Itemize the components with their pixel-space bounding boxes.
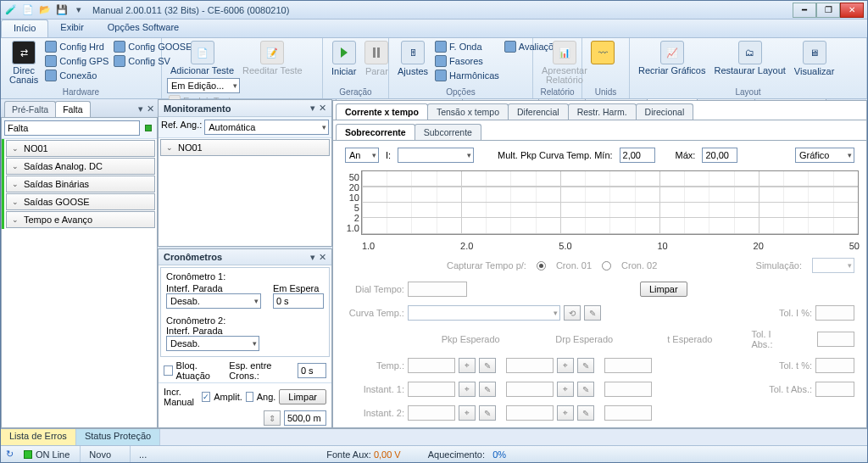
config-hrd[interactable]: Config Hrd	[43, 40, 110, 53]
espera-label: Em Espera	[273, 283, 324, 293]
curva-temp-combo[interactable]	[408, 305, 560, 321]
menu-opcoes[interactable]: Opções Software	[96, 20, 191, 37]
list-item[interactable]: ⌄NO01	[6, 140, 155, 157]
list-item[interactable]: ⌄Saídas Binárias	[6, 176, 155, 192]
mult-min-input[interactable]	[620, 148, 655, 163]
minimize-button[interactable]: ━	[793, 3, 816, 18]
sim-combo	[812, 258, 854, 273]
tab-sobrecorrente[interactable]: Sobrecorrente	[336, 124, 415, 140]
cron-close-icon[interactable]: ✕	[319, 252, 326, 263]
cron-limpar-button[interactable]: Limpar	[279, 389, 326, 404]
tab-forma-onda[interactable]: Forma de Onda	[462, 99, 540, 100]
bottom-tab-lista-erros[interactable]: Lista de Erros	[1, 429, 76, 445]
qat-new-icon[interactable]: 📄	[21, 3, 35, 17]
mult-label: Mult. Pkp Curva Temp. Mín:	[498, 150, 613, 160]
left-panel-pin-icon[interactable]: ▾	[138, 103, 143, 114]
tab-pre-falta[interactable]: Pré-Falta	[4, 101, 56, 117]
aquec-value: 0%	[492, 449, 506, 460]
chevron-down-icon: ⌄	[12, 215, 19, 224]
menu-exibir[interactable]: Exibir	[48, 20, 96, 37]
restaurar-layout[interactable]: 🗂Restaurar Layout	[710, 40, 788, 76]
tab-subcorrente[interactable]: Subcorrente	[415, 124, 481, 140]
step-input[interactable]	[284, 410, 326, 426]
cron2-interf-combo[interactable]: Desab.	[166, 336, 259, 351]
iniciar-button[interactable]: Iniciar	[328, 40, 359, 77]
grafico-combo[interactable]: Gráfico	[795, 148, 854, 163]
harmonicas[interactable]: Harmônicas	[433, 69, 501, 82]
curva-btn2[interactable]: ✎	[584, 305, 601, 321]
subtab-diferencial[interactable]: Diferencial	[508, 103, 569, 120]
ajustes-button[interactable]: 🎚Ajustes	[394, 40, 431, 77]
i-combo[interactable]	[398, 148, 474, 163]
menu-inicio[interactable]: Início	[1, 20, 48, 37]
list-item[interactable]: ⌄Tempo e Avanço	[6, 211, 155, 228]
curva-btn1[interactable]: ⟲	[564, 305, 581, 321]
visualizar[interactable]: 🖥Visualizar	[791, 40, 838, 77]
tab-falta[interactable]: Falta	[55, 101, 90, 117]
maximize-button[interactable]: ❐	[816, 3, 840, 18]
subtab-direcional[interactable]: Direcional	[636, 103, 694, 120]
unids-button[interactable]: 〰	[587, 40, 618, 77]
refang-combo[interactable]: Automática	[204, 120, 329, 135]
refresh-icon[interactable]: ↻	[6, 449, 14, 460]
tab-fasores[interactable]: Fasores	[538, 99, 586, 100]
tol-iabs-input[interactable]	[817, 332, 854, 347]
chevron-down-icon: ⌄	[12, 198, 19, 206]
tab-protecao[interactable]: Proteção	[647, 99, 698, 100]
app-icon: 🧪	[4, 3, 18, 17]
recriar-graficos[interactable]: 📈Recriar Gráficos	[635, 40, 709, 76]
tab-erros-sv[interactable]: Erros Entr. SV	[754, 99, 826, 100]
tab-avaliacoes[interactable]: Avaliações	[697, 99, 755, 100]
group-relatorio-label: Relatório	[538, 86, 576, 97]
falta-search-input[interactable]	[4, 120, 140, 136]
amplit-checkbox[interactable]: ✓	[202, 392, 210, 402]
esp-crons-input[interactable]	[298, 363, 326, 378]
direc-canais-button[interactable]: ⇄ Direc Canais	[6, 40, 42, 86]
search-go-icon[interactable]	[142, 120, 154, 136]
list-item[interactable]: ⌄Saídas Analog. DC	[6, 158, 155, 175]
tol-tabs-input[interactable]	[815, 382, 854, 397]
chevron-down-icon: ⌄	[12, 180, 19, 188]
qat-open-icon[interactable]: 📂	[38, 3, 52, 17]
tol-i-input[interactable]	[815, 305, 854, 321]
cron01-radio[interactable]	[537, 261, 546, 271]
f-onda[interactable]: F. Onda	[433, 40, 501, 53]
list-item[interactable]: ⌄Saídas GOOSE	[6, 193, 155, 210]
config-gps[interactable]: Config GPS	[43, 54, 110, 68]
left-panel-close-icon[interactable]: ✕	[147, 103, 154, 114]
tab-entr-bin[interactable]: Entr. Bin., GOOSE e An. DC	[336, 99, 463, 100]
online-label: ON Line	[36, 449, 70, 460]
esp-crons-label: Esp. entre Crons.:	[229, 360, 294, 381]
qat-dropdown-icon[interactable]: ▾	[72, 3, 86, 17]
fasores[interactable]: Fasores	[433, 54, 501, 68]
chart-plot-area[interactable]	[361, 170, 859, 235]
incr-label: Incr. Manual	[164, 387, 198, 407]
group-unids-label: Unids	[587, 86, 624, 97]
mult-max-input[interactable]	[702, 148, 737, 163]
qat-save-icon[interactable]: 💾	[55, 3, 69, 17]
bloq-label: Bloq. Atuação	[176, 360, 226, 381]
subtab-corrente[interactable]: Corrente x tempo	[336, 103, 428, 120]
limpar-button[interactable]: Limpar	[640, 282, 687, 297]
mon-close-icon[interactable]: ✕	[319, 103, 326, 114]
cron1-espera-input[interactable]	[273, 293, 324, 309]
bloq-checkbox[interactable]	[164, 365, 173, 376]
cron1-interf-combo[interactable]: Desab.	[166, 293, 261, 309]
an-combo[interactable]: An	[345, 148, 379, 163]
subtab-tensao[interactable]: Tensão x tempo	[427, 103, 509, 120]
cron-pin-icon[interactable]: ▾	[310, 252, 315, 263]
conexao[interactable]: Conexão	[43, 69, 110, 82]
subtab-restr[interactable]: Restr. Harm.	[568, 103, 637, 120]
step-spinner[interactable]: ⇕	[264, 410, 281, 426]
tol-t-input[interactable]	[815, 358, 854, 373]
close-button[interactable]: ✕	[840, 3, 864, 18]
dial-tempo-input[interactable]	[408, 282, 467, 297]
tab-harmonicas[interactable]: Harmônicas	[585, 99, 648, 100]
bottom-tab-status-protecao[interactable]: Status Proteção	[76, 429, 160, 445]
mon-item[interactable]: ⌄NO01	[160, 139, 330, 156]
mon-pin-icon[interactable]: ▾	[310, 103, 315, 114]
ang-checkbox[interactable]	[246, 392, 253, 402]
cron02-radio[interactable]	[602, 261, 611, 271]
resultados-combo[interactable]: Em Edição...	[167, 78, 240, 93]
adicionar-teste-button[interactable]: 📄Adicionar Teste	[167, 40, 237, 76]
